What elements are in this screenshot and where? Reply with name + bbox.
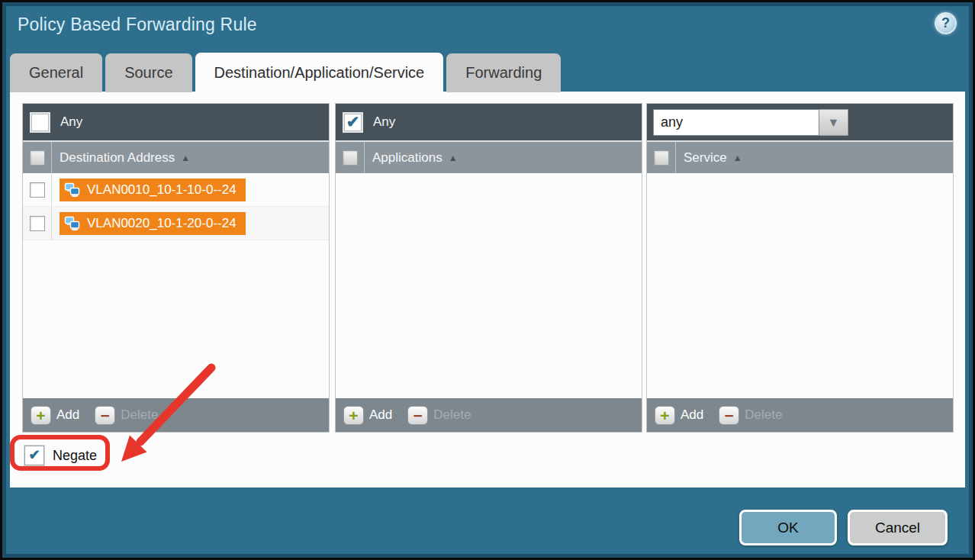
chevron-down-icon: ▼ xyxy=(828,116,840,130)
tab-destination-application-service[interactable]: Destination/Application/Service xyxy=(195,53,444,92)
applications-header-row: Applications ▲ xyxy=(336,140,642,173)
table-row[interactable]: VLAN0010_10-1-10-0--24 xyxy=(23,173,329,207)
applications-any-label: Any xyxy=(373,114,395,130)
add-button[interactable]: + Add xyxy=(31,406,79,425)
destination-any-checkbox[interactable] xyxy=(30,112,50,133)
tab-general[interactable]: General xyxy=(10,53,102,92)
delete-icon: − xyxy=(95,406,115,425)
tab-forwarding[interactable]: Forwarding xyxy=(446,53,561,92)
add-button[interactable]: + Add xyxy=(343,406,392,425)
address-object-label: VLAN0010_10-1-10-0--24 xyxy=(87,182,237,198)
destination-any-label: Any xyxy=(60,114,82,130)
cancel-button[interactable]: Cancel xyxy=(848,510,948,546)
service-dropdown-value[interactable]: any xyxy=(653,109,819,136)
table-row[interactable]: VLAN0020_10-1-20-0--24 xyxy=(23,207,329,240)
destination-any-bar: Any xyxy=(23,104,329,140)
destination-header-row: Destination Address ▲ xyxy=(23,140,329,173)
add-icon: + xyxy=(343,406,364,425)
ok-button[interactable]: OK xyxy=(739,510,837,546)
address-object-chip[interactable]: VLAN0010_10-1-10-0--24 xyxy=(60,179,246,201)
checkmark-icon: ✔ xyxy=(28,448,40,462)
dialog-title: Policy Based Forwarding Rule xyxy=(18,14,257,35)
address-object-label: VLAN0020_10-1-20-0--24 xyxy=(87,216,237,231)
row-checkbox[interactable] xyxy=(30,182,45,198)
policy-based-forwarding-dialog: Policy Based Forwarding Rule ? General S… xyxy=(0,0,975,560)
sort-asc-icon[interactable]: ▲ xyxy=(733,153,742,163)
negate-control: ✔ Negate xyxy=(24,446,97,465)
add-icon: + xyxy=(31,406,51,425)
service-any-bar: any ▼ xyxy=(647,104,953,140)
service-header-row: Service ▲ xyxy=(647,140,953,173)
destination-toolbar: + Add − Delete xyxy=(23,398,329,432)
delete-button[interactable]: − Delete xyxy=(407,406,471,425)
service-header-label[interactable]: Service xyxy=(684,150,727,166)
destination-address-column: Any Destination Address ▲ xyxy=(22,103,330,433)
negate-label: Negate xyxy=(53,448,97,464)
delete-icon: − xyxy=(407,406,428,425)
service-column: any ▼ Service ▲ + Add xyxy=(646,103,954,433)
applications-header-label[interactable]: Applications xyxy=(372,150,442,166)
applications-select-all-checkbox[interactable] xyxy=(343,150,358,166)
delete-button[interactable]: − Delete xyxy=(719,406,782,425)
applications-toolbar: + Add − Delete xyxy=(336,398,642,432)
service-dropdown[interactable]: any ▼ xyxy=(653,109,848,136)
delete-icon: − xyxy=(719,406,739,425)
applications-any-bar: ✔ Any xyxy=(336,104,642,140)
add-button[interactable]: + Add xyxy=(655,406,703,425)
network-icon xyxy=(64,182,81,198)
sort-asc-icon[interactable]: ▲ xyxy=(449,153,458,163)
destination-list: VLAN0010_10-1-10-0--24 VLAN xyxy=(23,173,329,398)
applications-column: ✔ Any Applications ▲ + Add − Delete xyxy=(335,103,642,433)
applications-any-checkbox[interactable]: ✔ xyxy=(343,112,363,133)
network-icon xyxy=(64,216,81,231)
dropdown-trigger-button[interactable]: ▼ xyxy=(819,109,848,136)
service-toolbar: + Add − Delete xyxy=(647,398,953,432)
help-glyph: ? xyxy=(941,15,950,31)
delete-button[interactable]: − Delete xyxy=(95,406,158,425)
help-icon[interactable]: ? xyxy=(935,12,957,34)
service-select-all-checkbox[interactable] xyxy=(654,150,669,166)
row-checkbox[interactable] xyxy=(30,216,45,231)
destination-select-all-checkbox[interactable] xyxy=(30,150,45,166)
negate-checkbox[interactable]: ✔ xyxy=(24,446,44,465)
address-object-chip[interactable]: VLAN0020_10-1-20-0--24 xyxy=(60,212,246,235)
destination-header-label[interactable]: Destination Address xyxy=(60,150,175,166)
sort-asc-icon[interactable]: ▲ xyxy=(181,153,190,163)
service-list xyxy=(647,173,953,398)
tab-source[interactable]: Source xyxy=(105,53,191,92)
add-icon: + xyxy=(655,406,675,425)
applications-list xyxy=(336,173,642,398)
tab-bar: General Source Destination/Application/S… xyxy=(10,53,564,92)
tab-content-panel: Any Destination Address ▲ xyxy=(10,92,965,488)
checkmark-icon: ✔ xyxy=(346,114,360,130)
